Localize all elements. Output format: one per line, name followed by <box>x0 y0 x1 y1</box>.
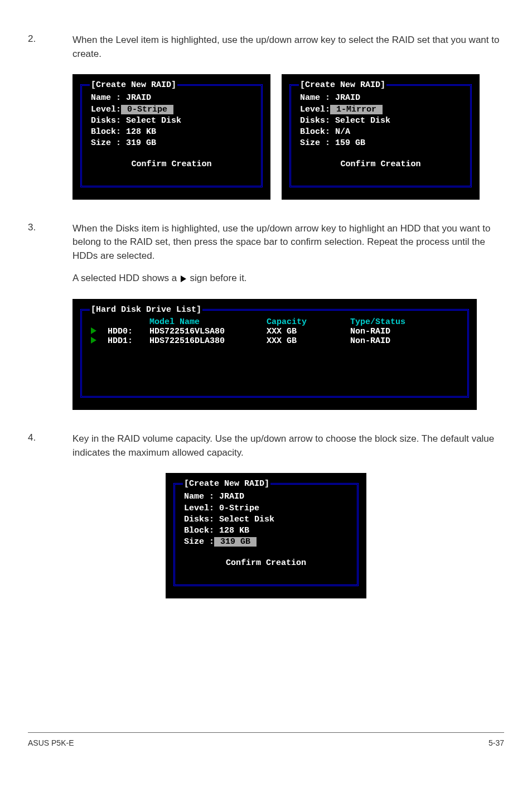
capacity: XXX GB <box>267 336 350 346</box>
step-2: 2. When the Level item is highlighted, u… <box>28 33 504 61</box>
level-line: Level: 0-Stripe <box>184 503 348 514</box>
footer-left: ASUS P5K-E <box>28 738 74 747</box>
level-highlighted-value: 1-Mirror <box>330 105 383 114</box>
hdd-id: HDD1: <box>108 336 149 346</box>
step-4: 4. Key in the RAID volume capacity. Use … <box>28 432 504 460</box>
header-model: Model Name <box>149 317 267 327</box>
create-raid-panel-stripe: [Create New RAID] Name : JRAID Level: 0-… <box>72 74 270 199</box>
block-line: Block: N/A <box>300 127 461 138</box>
panel-inner: [Create New RAID] Name : JRAID Level: 0-… <box>80 84 263 187</box>
step-3-subtext: A selected HDD shows a sign before it. <box>72 272 504 286</box>
capacity: XXX GB <box>267 327 350 336</box>
page-footer: ASUS P5K-E 5-37 <box>28 732 504 747</box>
step-3: 3. When the Disks item is highlighted, u… <box>28 222 504 263</box>
header-capacity: Capacity <box>267 317 350 327</box>
panel-title: [Create New RAID] <box>183 479 270 489</box>
level-line: Level: 0-Stripe <box>91 104 252 115</box>
panel-title: [Create New RAID] <box>90 80 177 90</box>
model-name: HDS722516VLSA80 <box>149 327 267 336</box>
name-line: Name : JRAID <box>184 491 348 503</box>
header-status: Type/Status <box>350 317 458 327</box>
table-row: HDD0: HDS722516VLSA80 XXX GB Non-RAID <box>91 327 458 336</box>
size-line: Size : 319 GB <box>184 537 348 548</box>
panel-title: [Hard Disk Drive List] <box>90 305 202 315</box>
panel-inner: [Create New RAID] Name : JRAID Level: 0-… <box>173 483 359 586</box>
step-4-num: 4. <box>28 432 72 460</box>
panel-inner: [Hard Disk Drive List] Model Name Capaci… <box>80 309 469 398</box>
panel-inner: [Create New RAID] Name : JRAID Level: 1-… <box>289 84 472 187</box>
confirm-creation: Confirm Creation <box>184 558 348 568</box>
create-raid-panel-size: [Create New RAID] Name : JRAID Level: 0-… <box>166 473 366 598</box>
table-row: HDD1: HDS722516DLA380 XXX GB Non-RAID <box>91 336 458 346</box>
confirm-creation: Confirm Creation <box>300 160 461 169</box>
block-line: Block: 128 KB <box>184 525 348 537</box>
footer-right: 5-37 <box>489 738 504 747</box>
step-3-num: 3. <box>28 222 72 263</box>
name-line: Name : JRAID <box>91 93 252 104</box>
step-2-num: 2. <box>28 33 72 61</box>
step-2-text: When the Level item is highlighted, use … <box>72 33 504 61</box>
size-highlighted-value: 319 GB <box>214 537 257 547</box>
size-line: Size : 159 GB <box>300 138 461 149</box>
create-raid-panel-mirror: [Create New RAID] Name : JRAID Level: 1-… <box>282 74 480 199</box>
confirm-creation: Confirm Creation <box>91 160 252 169</box>
triangle-icon <box>181 276 186 282</box>
hard-disk-list-panel: [Hard Disk Drive List] Model Name Capaci… <box>72 299 477 410</box>
size-line: Size : 319 GB <box>91 138 252 149</box>
selection-marker <box>91 327 108 336</box>
disks-line: Disks: Select Disk <box>184 514 348 525</box>
table-header: Model Name Capacity Type/Status <box>91 317 458 327</box>
model-name: HDS722516DLA380 <box>149 336 267 346</box>
step-3-text: When the Disks item is highlighted, use … <box>72 222 504 263</box>
triangle-icon <box>91 327 96 334</box>
block-line: Block: 128 KB <box>91 127 252 138</box>
type-status: Non-RAID <box>350 336 458 346</box>
level-line: Level: 1-Mirror <box>300 104 461 115</box>
panel-title: [Create New RAID] <box>299 80 386 90</box>
level-highlighted-value: 0-Stripe <box>121 105 173 114</box>
hdd-id: HDD0: <box>108 327 149 336</box>
disks-line: Disks: Select Disk <box>91 115 252 127</box>
step-4-text: Key in the RAID volume capacity. Use the… <box>72 432 504 460</box>
name-line: Name : JRAID <box>300 93 461 104</box>
triangle-icon <box>91 337 96 344</box>
type-status: Non-RAID <box>350 327 458 336</box>
selection-marker <box>91 337 108 346</box>
panels-row-1: [Create New RAID] Name : JRAID Level: 0-… <box>72 74 504 199</box>
disks-line: Disks: Select Disk <box>300 115 461 127</box>
